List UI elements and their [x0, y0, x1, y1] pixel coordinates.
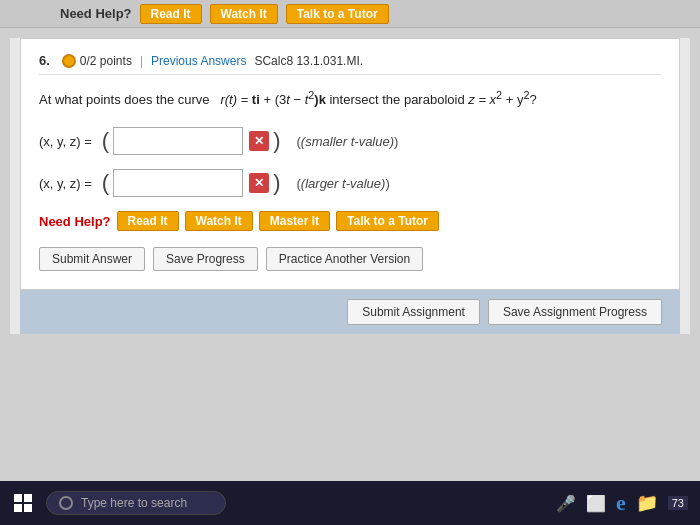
math-plus: + (3 — [263, 92, 286, 107]
question-header: 6. 0/2 points | Previous Answers SCalc8 … — [39, 53, 661, 75]
need-help-top-label: Need Help? — [60, 6, 132, 21]
math-plus2: + y — [502, 92, 523, 107]
math-k: )k — [314, 92, 326, 107]
text-prefix: At what points does the curve — [39, 92, 210, 107]
edge-browser-icon[interactable]: e — [616, 490, 626, 516]
taskbar-search-bar[interactable]: Type here to search — [46, 491, 226, 515]
watch-it-button[interactable]: Watch It — [185, 211, 253, 231]
math-eq: = — [241, 92, 252, 107]
close-paren-2: ) — [273, 172, 280, 194]
math-intersect: intersect the paraboloid — [329, 92, 464, 107]
windows-logo-icon — [14, 494, 32, 512]
search-placeholder-text: Type here to search — [81, 496, 187, 510]
course-code: SCalc8 13.1.031.MI. — [254, 54, 363, 68]
taskbar-system-icons: 🎤 ⬜ e 📁 73 — [556, 490, 688, 516]
math-z: z = x — [468, 92, 496, 107]
save-progress-button[interactable]: Save Progress — [153, 247, 258, 271]
question-text: At what points does the curve r(t) = ti … — [39, 87, 661, 111]
xy-label-2: (x, y, z) = — [39, 176, 92, 191]
search-circle-icon — [59, 496, 73, 510]
top-help-bar: Need Help? Read It Watch It Talk to a Tu… — [0, 0, 700, 28]
save-assignment-button[interactable]: Save Assignment Progress — [488, 299, 662, 325]
read-it-top-button[interactable]: Read It — [140, 4, 202, 24]
points-circle-icon — [62, 54, 76, 68]
input-row-larger: (x, y, z) = ( ✕ ) ((larger t-value)) — [39, 169, 661, 197]
need-help-row: Need Help? Read It Watch It Master It Ta… — [39, 211, 661, 231]
action-row: Submit Answer Save Progress Practice Ano… — [39, 247, 661, 271]
open-paren-2: ( — [102, 172, 109, 194]
submit-assignment-button[interactable]: Submit Assignment — [347, 299, 480, 325]
clear-button-larger[interactable]: ✕ — [249, 173, 269, 193]
microphone-icon[interactable]: 🎤 — [556, 494, 576, 513]
submit-answer-button[interactable]: Submit Answer — [39, 247, 145, 271]
file-explorer-icon[interactable]: 📁 — [636, 492, 658, 514]
question-number: 6. — [39, 53, 50, 68]
points-badge: 0/2 points — [62, 54, 132, 68]
answer-input-smaller[interactable] — [113, 127, 243, 155]
tablet-mode-icon[interactable]: ⬜ — [586, 494, 606, 513]
main-content-area: 6. 0/2 points | Previous Answers SCalc8 … — [10, 38, 690, 334]
read-it-button[interactable]: Read It — [117, 211, 179, 231]
windows-start-button[interactable] — [12, 492, 34, 514]
talk-tutor-button[interactable]: Talk to a Tutor — [336, 211, 439, 231]
math-ti: ti — [252, 92, 260, 107]
xy-label-1: (x, y, z) = — [39, 134, 92, 149]
clear-button-smaller[interactable]: ✕ — [249, 131, 269, 151]
open-paren-1: ( — [102, 130, 109, 152]
close-paren-1: ) — [273, 130, 280, 152]
separator: | — [140, 54, 143, 68]
need-help-label: Need Help? — [39, 214, 111, 229]
watch-it-top-button[interactable]: Watch It — [210, 4, 278, 24]
taskbar: Type here to search 🎤 ⬜ e 📁 73 — [0, 481, 700, 525]
math-q: ? — [529, 92, 536, 107]
math-r: r(t) — [220, 92, 237, 107]
question-card: 6. 0/2 points | Previous Answers SCalc8 … — [20, 38, 680, 290]
practice-another-button[interactable]: Practice Another Version — [266, 247, 423, 271]
bottom-assignment-bar: Submit Assignment Save Assignment Progre… — [20, 290, 680, 334]
answer-input-larger[interactable] — [113, 169, 243, 197]
talk-tutor-top-button[interactable]: Talk to a Tutor — [286, 4, 389, 24]
smaller-t-label: ((smaller t-value)) — [297, 134, 399, 149]
input-row-smaller: (x, y, z) = ( ✕ ) ((smaller t-value)) — [39, 127, 661, 155]
math-minus: − — [290, 92, 305, 107]
notification-badge: 73 — [668, 496, 688, 510]
previous-answers-link[interactable]: Previous Answers — [151, 54, 246, 68]
larger-t-label: ((larger t-value)) — [297, 176, 390, 191]
master-it-button[interactable]: Master It — [259, 211, 330, 231]
points-text: 0/2 points — [80, 54, 132, 68]
